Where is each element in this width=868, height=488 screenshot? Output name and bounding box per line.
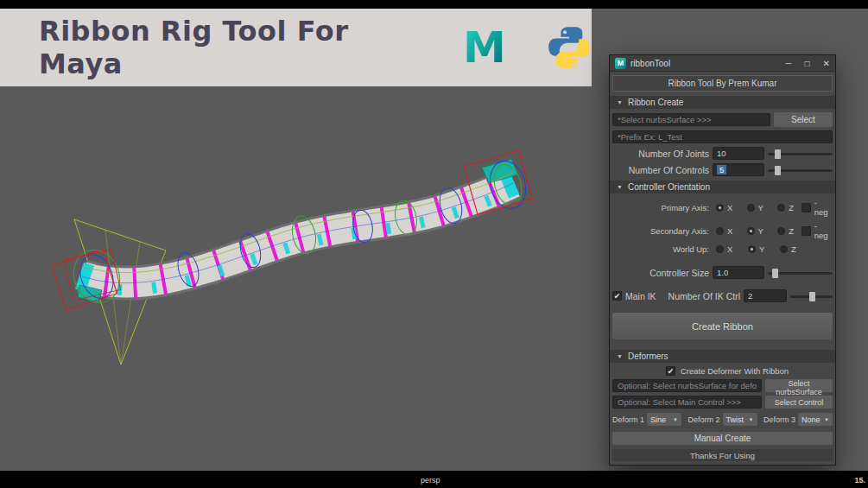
nurbs-surface-input[interactable]	[612, 113, 770, 126]
joints-value-field[interactable]: 10	[713, 147, 764, 160]
create-deformer-label: Create Deformer With Ribbon	[681, 366, 789, 376]
chevron-down-icon: ▼	[824, 417, 829, 422]
controls-value-field[interactable]: 5	[713, 163, 764, 176]
page-title: Ribbon Rig Tool For Maya	[39, 15, 428, 80]
ribbon-tool-window: M ribbonTool ─ □ ✕ Ribbon Tool By Prem K…	[609, 54, 836, 466]
primary-y-radio[interactable]	[747, 204, 755, 212]
section-controller-orientation[interactable]: ▼ Controller Orientation	[610, 181, 835, 193]
primary-neg-checkbox[interactable]	[801, 203, 811, 212]
create-ribbon-button[interactable]: Create Ribbon	[612, 313, 833, 339]
window-titlebar[interactable]: M ribbonTool ─ □ ✕	[610, 55, 835, 72]
ik-ctrl-slider[interactable]	[790, 290, 833, 302]
deform1-label: Deform 1	[612, 415, 644, 424]
collapse-icon: ▼	[617, 99, 623, 105]
minimize-icon[interactable]: ─	[785, 55, 791, 72]
main-control-input[interactable]	[612, 396, 762, 409]
python-logo-icon	[547, 25, 592, 70]
collapse-icon: ▼	[617, 184, 623, 190]
secondary-neg-checkbox[interactable]	[801, 226, 811, 236]
close-icon[interactable]: ✕	[823, 55, 830, 72]
maya-logo-icon: M	[460, 23, 509, 72]
controls-slider[interactable]	[768, 164, 833, 176]
select-deformer-surface-button[interactable]: Select nurbsSurface	[765, 379, 833, 392]
secondary-x-radio[interactable]	[716, 227, 724, 235]
deform1-dropdown[interactable]: Sine ▼	[647, 413, 681, 426]
ribbon-surface[interactable]	[78, 159, 518, 302]
controller-size-slider[interactable]	[768, 267, 833, 279]
ik-ctrl-field[interactable]: 2	[744, 289, 787, 302]
main-ik-checkbox[interactable]: ✔	[612, 291, 622, 301]
section-deformers[interactable]: ▼ Deformers	[610, 350, 835, 363]
create-deformer-checkbox[interactable]: ✔	[666, 366, 675, 376]
chevron-down-icon: ▼	[749, 417, 754, 422]
select-control-button[interactable]: Select Control	[765, 396, 833, 409]
deform2-dropdown[interactable]: Twist ▼	[723, 413, 757, 426]
main-ik-label: Main IK	[625, 291, 656, 301]
worldup-x-radio[interactable]	[716, 245, 724, 253]
controller-size-label: Controller Size	[612, 268, 709, 278]
deform3-label: Deform 3	[763, 415, 795, 424]
primary-axis-label: Primary Axis:	[612, 203, 709, 212]
worldup-y-radio[interactable]	[748, 245, 756, 253]
prefix-input[interactable]	[612, 130, 833, 143]
controller-size-field[interactable]: 1.0	[713, 266, 764, 279]
select-surface-button[interactable]: Select	[774, 112, 833, 127]
deform3-dropdown[interactable]: None ▼	[798, 413, 833, 426]
primary-z-radio[interactable]	[777, 204, 785, 212]
window-title: ribbonTool	[630, 59, 670, 68]
world-up-label: World Up:	[612, 244, 709, 254]
primary-x-radio[interactable]	[716, 204, 724, 212]
secondary-y-radio[interactable]	[747, 227, 755, 235]
chevron-down-icon: ▼	[673, 417, 678, 422]
deformer-surface-input[interactable]	[612, 379, 762, 392]
svg-text:M: M	[463, 23, 506, 72]
tool-author-header: Ribbon Tool By Prem Kumar	[612, 75, 833, 92]
ik-ctrl-label: Number Of IK Ctrl	[668, 291, 740, 301]
manual-create-button[interactable]: Manual Create	[612, 432, 833, 445]
thanks-footer: Thanks For Using	[612, 449, 833, 461]
deform2-label: Deform 2	[687, 415, 719, 424]
secondary-z-radio[interactable]	[777, 227, 785, 235]
joints-slider[interactable]	[768, 148, 833, 160]
joints-label: Number Of Joints	[612, 149, 709, 159]
section-ribbon-create[interactable]: ▼ Ribbon Create	[610, 96, 835, 109]
controls-label: Number Of Controls	[612, 165, 709, 175]
title-banner: Ribbon Rig Tool For Maya M	[0, 9, 592, 86]
maya-app-icon: M	[615, 58, 626, 69]
maximize-icon[interactable]: □	[805, 55, 810, 72]
collapse-icon: ▼	[617, 353, 623, 359]
secondary-axis-label: Secondary Axis:	[612, 226, 709, 236]
worldup-z-radio[interactable]	[780, 245, 788, 253]
